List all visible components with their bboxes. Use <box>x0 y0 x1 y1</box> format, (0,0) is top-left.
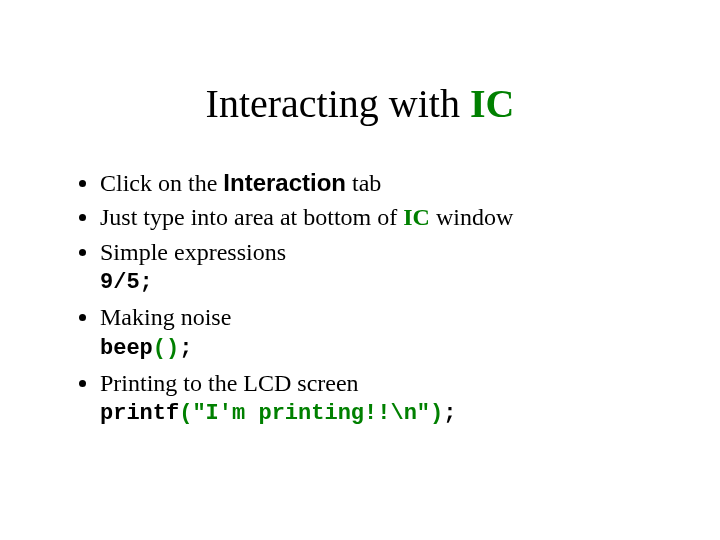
bullet-3: Simple expressions <box>100 236 660 268</box>
code-2-rparen: ) <box>166 336 179 361</box>
code-1: 9/5; <box>100 270 660 295</box>
bullet-1: Click on the Interaction tab <box>100 167 660 199</box>
code-2-fn: beep <box>100 336 153 361</box>
bullet-5: Printing to the LCD screen <box>100 367 660 399</box>
code-2: beep(); <box>100 336 660 361</box>
title-accent: IC <box>470 81 514 126</box>
bullet-1-strong: Interaction <box>223 169 346 196</box>
bullet-2-pre: Just type into area at bottom of <box>100 204 403 230</box>
title-text: Interacting with <box>206 81 470 126</box>
code-3-fn: printf <box>100 401 179 426</box>
code-3-arg: "I'm printing!!\n" <box>192 401 430 426</box>
code-3-semi: ; <box>443 401 456 426</box>
bullet-list-3: Printing to the LCD screen <box>60 367 660 399</box>
bullet-2-post: window <box>430 204 513 230</box>
bullet-1-post: tab <box>346 170 381 196</box>
bullet-1-pre: Click on the <box>100 170 223 196</box>
bullet-list-2: Making noise <box>60 301 660 333</box>
bullet-2-accent: IC <box>403 204 430 230</box>
code-3: printf("I'm printing!!\n"); <box>100 401 660 426</box>
code-3-lparen: ( <box>179 401 192 426</box>
bullet-2: Just type into area at bottom of IC wind… <box>100 201 660 233</box>
code-2-lparen: ( <box>153 336 166 361</box>
bullet-list: Click on the Interaction tab Just type i… <box>60 167 660 268</box>
code-3-rparen: ) <box>430 401 443 426</box>
slide: Interacting with IC Click on the Interac… <box>0 0 720 540</box>
slide-title: Interacting with IC <box>60 80 660 127</box>
bullet-4: Making noise <box>100 301 660 333</box>
code-2-semi: ; <box>179 336 192 361</box>
